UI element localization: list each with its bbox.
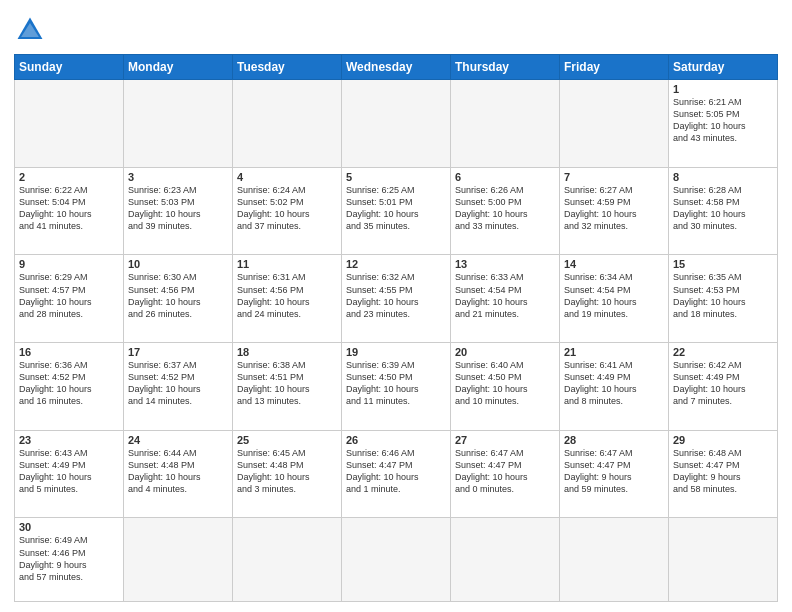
calendar-cell: 28Sunrise: 6:47 AM Sunset: 4:47 PM Dayli… bbox=[560, 430, 669, 518]
day-info: Sunrise: 6:23 AM Sunset: 5:03 PM Dayligh… bbox=[128, 184, 228, 233]
day-info: Sunrise: 6:43 AM Sunset: 4:49 PM Dayligh… bbox=[19, 447, 119, 496]
day-info: Sunrise: 6:26 AM Sunset: 5:00 PM Dayligh… bbox=[455, 184, 555, 233]
weekday-header-row: SundayMondayTuesdayWednesdayThursdayFrid… bbox=[15, 55, 778, 80]
calendar-cell: 11Sunrise: 6:31 AM Sunset: 4:56 PM Dayli… bbox=[233, 255, 342, 343]
calendar-cell: 29Sunrise: 6:48 AM Sunset: 4:47 PM Dayli… bbox=[669, 430, 778, 518]
day-number: 23 bbox=[19, 434, 119, 446]
day-number: 2 bbox=[19, 171, 119, 183]
day-info: Sunrise: 6:41 AM Sunset: 4:49 PM Dayligh… bbox=[564, 359, 664, 408]
day-number: 11 bbox=[237, 258, 337, 270]
day-number: 26 bbox=[346, 434, 446, 446]
day-info: Sunrise: 6:42 AM Sunset: 4:49 PM Dayligh… bbox=[673, 359, 773, 408]
day-number: 5 bbox=[346, 171, 446, 183]
calendar-cell bbox=[233, 518, 342, 602]
calendar-cell bbox=[124, 518, 233, 602]
day-info: Sunrise: 6:48 AM Sunset: 4:47 PM Dayligh… bbox=[673, 447, 773, 496]
calendar-cell: 1Sunrise: 6:21 AM Sunset: 5:05 PM Daylig… bbox=[669, 80, 778, 168]
calendar-cell bbox=[124, 80, 233, 168]
calendar-cell bbox=[15, 80, 124, 168]
day-number: 21 bbox=[564, 346, 664, 358]
weekday-wednesday: Wednesday bbox=[342, 55, 451, 80]
calendar-cell: 2Sunrise: 6:22 AM Sunset: 5:04 PM Daylig… bbox=[15, 167, 124, 255]
calendar-cell: 14Sunrise: 6:34 AM Sunset: 4:54 PM Dayli… bbox=[560, 255, 669, 343]
calendar-cell bbox=[233, 80, 342, 168]
day-number: 22 bbox=[673, 346, 773, 358]
weekday-monday: Monday bbox=[124, 55, 233, 80]
calendar-cell: 18Sunrise: 6:38 AM Sunset: 4:51 PM Dayli… bbox=[233, 343, 342, 431]
calendar-cell: 16Sunrise: 6:36 AM Sunset: 4:52 PM Dayli… bbox=[15, 343, 124, 431]
day-number: 15 bbox=[673, 258, 773, 270]
day-number: 13 bbox=[455, 258, 555, 270]
day-info: Sunrise: 6:35 AM Sunset: 4:53 PM Dayligh… bbox=[673, 271, 773, 320]
page: SundayMondayTuesdayWednesdayThursdayFrid… bbox=[0, 0, 792, 612]
calendar-cell: 6Sunrise: 6:26 AM Sunset: 5:00 PM Daylig… bbox=[451, 167, 560, 255]
day-number: 18 bbox=[237, 346, 337, 358]
calendar-week-row: 30Sunrise: 6:49 AM Sunset: 4:46 PM Dayli… bbox=[15, 518, 778, 602]
calendar-cell: 4Sunrise: 6:24 AM Sunset: 5:02 PM Daylig… bbox=[233, 167, 342, 255]
calendar-cell: 7Sunrise: 6:27 AM Sunset: 4:59 PM Daylig… bbox=[560, 167, 669, 255]
day-number: 19 bbox=[346, 346, 446, 358]
day-info: Sunrise: 6:47 AM Sunset: 4:47 PM Dayligh… bbox=[564, 447, 664, 496]
day-number: 20 bbox=[455, 346, 555, 358]
day-info: Sunrise: 6:47 AM Sunset: 4:47 PM Dayligh… bbox=[455, 447, 555, 496]
day-number: 4 bbox=[237, 171, 337, 183]
day-info: Sunrise: 6:39 AM Sunset: 4:50 PM Dayligh… bbox=[346, 359, 446, 408]
day-number: 12 bbox=[346, 258, 446, 270]
calendar-cell: 27Sunrise: 6:47 AM Sunset: 4:47 PM Dayli… bbox=[451, 430, 560, 518]
calendar-cell: 25Sunrise: 6:45 AM Sunset: 4:48 PM Dayli… bbox=[233, 430, 342, 518]
day-number: 30 bbox=[19, 521, 119, 533]
day-info: Sunrise: 6:31 AM Sunset: 4:56 PM Dayligh… bbox=[237, 271, 337, 320]
calendar-cell: 17Sunrise: 6:37 AM Sunset: 4:52 PM Dayli… bbox=[124, 343, 233, 431]
day-info: Sunrise: 6:29 AM Sunset: 4:57 PM Dayligh… bbox=[19, 271, 119, 320]
calendar-cell: 15Sunrise: 6:35 AM Sunset: 4:53 PM Dayli… bbox=[669, 255, 778, 343]
day-info: Sunrise: 6:24 AM Sunset: 5:02 PM Dayligh… bbox=[237, 184, 337, 233]
calendar-cell: 30Sunrise: 6:49 AM Sunset: 4:46 PM Dayli… bbox=[15, 518, 124, 602]
day-info: Sunrise: 6:49 AM Sunset: 4:46 PM Dayligh… bbox=[19, 534, 119, 583]
calendar-week-row: 23Sunrise: 6:43 AM Sunset: 4:49 PM Dayli… bbox=[15, 430, 778, 518]
day-number: 9 bbox=[19, 258, 119, 270]
weekday-saturday: Saturday bbox=[669, 55, 778, 80]
day-info: Sunrise: 6:34 AM Sunset: 4:54 PM Dayligh… bbox=[564, 271, 664, 320]
day-number: 7 bbox=[564, 171, 664, 183]
day-info: Sunrise: 6:32 AM Sunset: 4:55 PM Dayligh… bbox=[346, 271, 446, 320]
day-number: 16 bbox=[19, 346, 119, 358]
weekday-tuesday: Tuesday bbox=[233, 55, 342, 80]
day-info: Sunrise: 6:40 AM Sunset: 4:50 PM Dayligh… bbox=[455, 359, 555, 408]
calendar-cell bbox=[560, 80, 669, 168]
calendar-cell bbox=[451, 518, 560, 602]
calendar-cell: 9Sunrise: 6:29 AM Sunset: 4:57 PM Daylig… bbox=[15, 255, 124, 343]
logo bbox=[14, 14, 48, 46]
calendar-cell bbox=[669, 518, 778, 602]
calendar-week-row: 2Sunrise: 6:22 AM Sunset: 5:04 PM Daylig… bbox=[15, 167, 778, 255]
day-number: 29 bbox=[673, 434, 773, 446]
day-info: Sunrise: 6:38 AM Sunset: 4:51 PM Dayligh… bbox=[237, 359, 337, 408]
calendar-cell bbox=[342, 80, 451, 168]
day-info: Sunrise: 6:36 AM Sunset: 4:52 PM Dayligh… bbox=[19, 359, 119, 408]
day-info: Sunrise: 6:28 AM Sunset: 4:58 PM Dayligh… bbox=[673, 184, 773, 233]
day-info: Sunrise: 6:30 AM Sunset: 4:56 PM Dayligh… bbox=[128, 271, 228, 320]
calendar-cell bbox=[451, 80, 560, 168]
calendar-cell: 20Sunrise: 6:40 AM Sunset: 4:50 PM Dayli… bbox=[451, 343, 560, 431]
logo-icon bbox=[14, 14, 46, 46]
day-number: 25 bbox=[237, 434, 337, 446]
day-number: 10 bbox=[128, 258, 228, 270]
day-number: 8 bbox=[673, 171, 773, 183]
calendar-cell: 5Sunrise: 6:25 AM Sunset: 5:01 PM Daylig… bbox=[342, 167, 451, 255]
day-info: Sunrise: 6:46 AM Sunset: 4:47 PM Dayligh… bbox=[346, 447, 446, 496]
day-info: Sunrise: 6:21 AM Sunset: 5:05 PM Dayligh… bbox=[673, 96, 773, 145]
day-number: 3 bbox=[128, 171, 228, 183]
day-info: Sunrise: 6:33 AM Sunset: 4:54 PM Dayligh… bbox=[455, 271, 555, 320]
day-info: Sunrise: 6:27 AM Sunset: 4:59 PM Dayligh… bbox=[564, 184, 664, 233]
calendar-cell: 22Sunrise: 6:42 AM Sunset: 4:49 PM Dayli… bbox=[669, 343, 778, 431]
day-info: Sunrise: 6:45 AM Sunset: 4:48 PM Dayligh… bbox=[237, 447, 337, 496]
day-info: Sunrise: 6:25 AM Sunset: 5:01 PM Dayligh… bbox=[346, 184, 446, 233]
calendar-cell: 3Sunrise: 6:23 AM Sunset: 5:03 PM Daylig… bbox=[124, 167, 233, 255]
calendar-cell: 24Sunrise: 6:44 AM Sunset: 4:48 PM Dayli… bbox=[124, 430, 233, 518]
day-number: 27 bbox=[455, 434, 555, 446]
header bbox=[14, 10, 778, 46]
day-info: Sunrise: 6:37 AM Sunset: 4:52 PM Dayligh… bbox=[128, 359, 228, 408]
day-number: 6 bbox=[455, 171, 555, 183]
calendar-week-row: 1Sunrise: 6:21 AM Sunset: 5:05 PM Daylig… bbox=[15, 80, 778, 168]
calendar-table: SundayMondayTuesdayWednesdayThursdayFrid… bbox=[14, 54, 778, 602]
calendar-cell: 13Sunrise: 6:33 AM Sunset: 4:54 PM Dayli… bbox=[451, 255, 560, 343]
